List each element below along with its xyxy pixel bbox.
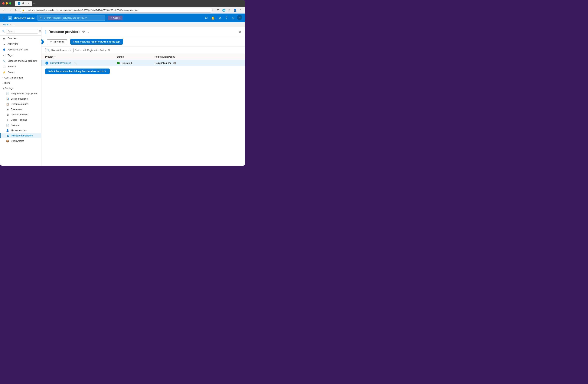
- sidebar-item-policies[interactable]: 📄 Policies: [0, 123, 41, 128]
- refresh-button[interactable]: ↻: [14, 8, 19, 12]
- sidebar-label-activity-log: Activity log: [8, 43, 18, 45]
- sidebar-item-usage-quotas[interactable]: ≡ Usage + quotas: [0, 117, 41, 123]
- sidebar-item-tags[interactable]: 🏷 Tags: [0, 53, 41, 58]
- cast-icon[interactable]: ⊡: [216, 8, 220, 13]
- sidebar-item-activity-log[interactable]: ≡ Activity log: [0, 41, 41, 47]
- row-policy-cell: RegistrationFree i: [155, 62, 241, 64]
- sidebar-item-security[interactable]: 🛡 Security: [0, 64, 41, 69]
- notifications-icon[interactable]: 🔔: [210, 15, 216, 21]
- sidebar-search-area: 🔍 ⊟ «: [0, 27, 41, 36]
- panel-title-text: Resource providers: [48, 30, 80, 34]
- sidebar-item-deployments[interactable]: 📦 Deployments: [0, 138, 41, 144]
- sidebar-search-icon: 🔍: [2, 30, 5, 33]
- user-avatar[interactable]: U: [237, 15, 242, 20]
- sidebar-item-diagnose[interactable]: 🔧 Diagnose and solve problems: [0, 58, 41, 64]
- table-container: Provider ↑ Status Registration Policy: [42, 54, 245, 77]
- sidebar-item-resource-groups[interactable]: 📋 Resource groups: [0, 101, 41, 107]
- tab-bar: A Mi... ✕ +: [15, 1, 35, 6]
- status-dot-icon: ✓: [117, 62, 120, 64]
- sidebar-item-preview-features[interactable]: ⊞ Preview features: [0, 112, 41, 117]
- re-register-button[interactable]: ↺ Re-register: [47, 39, 67, 44]
- chevron-right-icon: ›: [3, 77, 3, 79]
- sidebar-item-my-permissions[interactable]: 👤 My permissions: [0, 128, 41, 133]
- sidebar-item-billing-properties[interactable]: 📊 Billing properties: [0, 96, 41, 101]
- resource-groups-icon: 📋: [6, 103, 9, 106]
- traffic-lights: [2, 2, 11, 4]
- panel-close-button[interactable]: ✕: [239, 30, 241, 34]
- overview-icon: ⊞: [3, 37, 6, 40]
- minimize-window-button[interactable]: [6, 2, 8, 4]
- forward-button[interactable]: →: [8, 8, 12, 12]
- favorite-star-icon[interactable]: ☆: [82, 30, 85, 34]
- copilot-button[interactable]: ✦ Copilot: [108, 16, 123, 20]
- step-badge: 6: [42, 39, 44, 44]
- favorites-icon[interactable]: ☆: [227, 8, 232, 13]
- usage-quotas-icon: ≡: [6, 118, 9, 121]
- panel-toolbar: 6 ↺ Re-register Then, click the register…: [42, 37, 245, 47]
- copilot-label: Copilot: [113, 17, 120, 19]
- table-row[interactable]: ✓ Microsoft.Resources ··· ✓ Registered R…: [42, 60, 245, 66]
- azure-brand-name: Microsoft Azure: [14, 16, 35, 19]
- deployments-icon: 📦: [6, 139, 9, 142]
- active-tab[interactable]: A Mi... ✕: [15, 1, 32, 6]
- row-status-cell: ✓ Registered: [117, 62, 155, 64]
- sidebar-search-input[interactable]: [6, 29, 38, 34]
- global-search-box[interactable]: 🔍 Search resources, services, and docs (…: [38, 15, 105, 21]
- profile-icon[interactable]: 👤: [232, 8, 237, 13]
- sidebar-label-resource-groups: Resource groups: [11, 103, 28, 105]
- tags-icon: 🏷: [3, 54, 6, 57]
- sidebar-item-programmatic-deployment[interactable]: 📄 Programmatic deployment: [0, 91, 41, 96]
- mail-icon[interactable]: ✉: [203, 15, 209, 21]
- content-panel: | Resource providers ☆ ... ✕ 6: [42, 27, 245, 166]
- sidebar-item-resources[interactable]: ⊞ Resources: [0, 107, 41, 112]
- sidebar-label-billing-props: Billing properties: [11, 97, 28, 100]
- hamburger-menu[interactable]: ☰: [3, 16, 5, 20]
- select-note-text: Select the provider by clicking the chec…: [48, 70, 107, 73]
- sidebar-item-access-control[interactable]: 👤 Access control (IAM): [0, 47, 41, 53]
- translate-icon[interactable]: 🌐: [221, 8, 226, 13]
- browser-titlebar: A Mi... ✕ +: [0, 0, 245, 7]
- sidebar-filter-icon[interactable]: ⊟: [39, 30, 41, 33]
- title-separator: |: [45, 30, 46, 34]
- row-policy-text: RegistrationFree: [155, 62, 171, 64]
- panel-title: Resource providers ☆ ...: [48, 30, 89, 34]
- panel-more-icon[interactable]: ...: [87, 31, 89, 34]
- table-header: Provider ↑ Status Registration Policy: [42, 54, 245, 60]
- feedback-icon[interactable]: ☺: [230, 15, 236, 21]
- tab-label: Mi...: [22, 2, 26, 5]
- sidebar-label-deployments: Deployments: [11, 140, 24, 142]
- re-register-icon: ↺: [50, 40, 52, 43]
- sidebar-section-settings[interactable]: ∨ Settings: [0, 86, 41, 91]
- row-checkbox[interactable]: ✓: [45, 61, 48, 65]
- sidebar-label-overview: Overview: [8, 37, 17, 40]
- filter-chip-provider[interactable]: 🔍 Microsoft.Resour... ✕: [45, 48, 74, 52]
- new-tab-button[interactable]: +: [33, 2, 35, 5]
- menu-icon[interactable]: ⋮: [238, 8, 243, 13]
- maximize-window-button[interactable]: [9, 2, 11, 4]
- settings-icon[interactable]: ⚙: [217, 15, 223, 21]
- close-window-button[interactable]: [2, 2, 4, 4]
- events-icon: ⚡: [3, 71, 6, 74]
- sidebar-section-billing[interactable]: › Billing: [0, 80, 41, 86]
- back-button[interactable]: ←: [2, 8, 6, 12]
- filter-chip-text: Microsoft.Resour...: [51, 49, 68, 51]
- sidebar-item-overview[interactable]: ⊞ Overview: [0, 36, 41, 41]
- help-icon[interactable]: ?: [224, 15, 230, 21]
- policy-info-icon[interactable]: i: [173, 62, 176, 64]
- sidebar-item-events[interactable]: ⚡ Events: [0, 69, 41, 75]
- col-header-provider: Provider ↑: [45, 56, 117, 58]
- address-bar[interactable]: 🔒 portal.azure.com/#@cross4cloud.com/res…: [20, 8, 212, 13]
- content-area: | Resource providers ☆ ... ✕ 6: [42, 27, 245, 166]
- my-permissions-icon: 👤: [6, 129, 9, 132]
- row-more-button[interactable]: ···: [74, 61, 77, 65]
- tab-close-button[interactable]: ✕: [28, 2, 29, 4]
- breadcrumb: Home › ...: [0, 22, 245, 27]
- sidebar-item-resource-providers[interactable]: ⊞ Resource providers: [0, 133, 41, 138]
- breadcrumb-home[interactable]: Home: [3, 23, 9, 26]
- azure-logo: A Microsoft Azure: [8, 16, 35, 20]
- sort-icon-provider[interactable]: ↑: [55, 56, 56, 58]
- azure-logo-icon: A: [8, 16, 12, 20]
- filter-clear-icon[interactable]: ✕: [69, 49, 71, 52]
- panel-actions: ✕: [239, 30, 241, 34]
- sidebar-section-cost-management[interactable]: › Cost Management: [0, 75, 41, 80]
